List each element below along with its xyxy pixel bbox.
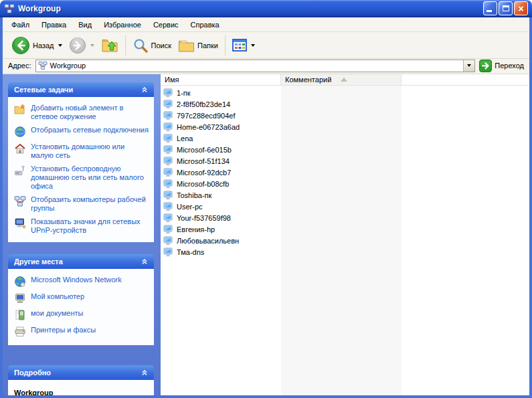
details-header[interactable]: Подробно: [8, 365, 154, 380]
place-label[interactable]: Microsoft Windows Network: [31, 276, 122, 284]
place-windows-network[interactable]: Microsoft Windows Network: [14, 276, 149, 288]
computer-name[interactable]: Microsof-6e015b: [177, 146, 232, 154]
menu-view[interactable]: Вид: [72, 19, 98, 31]
back-button[interactable]: Назад: [8, 35, 66, 56]
task-setup-home-network[interactable]: Установить домашнюю или малую сеть: [14, 142, 149, 160]
task-label[interactable]: Отобразить компьютеры рабочей группы: [31, 195, 149, 213]
computer-name[interactable]: 1-пк: [177, 89, 191, 97]
computer-name[interactable]: Microsof-b08cfb: [177, 180, 229, 188]
menu-file[interactable]: Файл: [5, 19, 35, 31]
views-icon: [232, 39, 247, 52]
task-label[interactable]: Установить домашнюю или малую сеть: [31, 142, 149, 160]
column-header-comment[interactable]: Комментарий: [281, 74, 402, 86]
computer-name[interactable]: Тма-dns: [177, 248, 204, 256]
computer-name[interactable]: Home-e06723a6ad: [177, 123, 240, 131]
place-my-computer[interactable]: Мой компьютер: [14, 292, 149, 304]
computer-icon: [163, 145, 174, 155]
computer-name[interactable]: Microsof-92dcb7: [177, 169, 231, 177]
go-button[interactable]: Переход: [479, 60, 527, 72]
list-item[interactable]: 2-f8f50fb23de14: [161, 98, 529, 110]
computer-icon: [163, 247, 174, 257]
network-tasks-header[interactable]: Сетевые задачи: [8, 82, 154, 97]
menu-favorites[interactable]: Избранное: [98, 19, 147, 31]
address-dropdown-button[interactable]: [463, 60, 474, 72]
list-item[interactable]: Microsof-92dcb7: [161, 167, 529, 178]
task-label[interactable]: Отобразить сетевые подключения: [31, 126, 149, 134]
task-setup-wireless-network[interactable]: Установить беспроводную домашнюю сеть ил…: [14, 165, 149, 191]
computer-icon: [163, 225, 174, 234]
computer-name[interactable]: 797c288ecd904ef: [177, 112, 235, 120]
network-globe-icon: [14, 276, 26, 288]
place-label[interactable]: мои документы: [31, 309, 83, 318]
computer-name[interactable]: Lena: [177, 134, 193, 142]
close-button[interactable]: ×: [514, 1, 528, 15]
task-label[interactable]: Добавить новый элемент в сетевое окружен…: [31, 104, 149, 121]
window-title: Workgroup: [18, 4, 482, 13]
task-label[interactable]: Показывать значки для сетевых UPnP-устро…: [31, 217, 149, 235]
place-my-documents[interactable]: мои документы: [14, 309, 149, 321]
menu-tools[interactable]: Сервис: [147, 19, 185, 31]
chevron-up-icon[interactable]: [141, 86, 148, 93]
list-item[interactable]: Любовьвасильевн: [161, 235, 529, 246]
menu-help[interactable]: Справка: [185, 19, 226, 31]
list-item[interactable]: Home-e06723a6ad: [161, 121, 529, 132]
computer-name[interactable]: Toshiba-пк: [177, 191, 211, 199]
views-dropdown-icon[interactable]: [251, 44, 255, 47]
printers-icon: [14, 326, 26, 338]
upnp-devices-icon: [14, 217, 26, 229]
list-item[interactable]: Microsof-6e015b: [161, 144, 529, 155]
column-header-name[interactable]: Имя: [161, 74, 281, 86]
address-value[interactable]: Workgroup: [50, 62, 464, 70]
column-label: Комментарий: [285, 76, 331, 84]
menu-edit[interactable]: Правка: [35, 19, 72, 31]
place-printers-faxes[interactable]: Принтеры и факсы: [14, 326, 149, 338]
forward-button[interactable]: [66, 35, 98, 56]
chevron-up-icon[interactable]: [141, 369, 148, 376]
folders-button[interactable]: Папки: [175, 36, 221, 55]
list-item[interactable]: 1-пк: [161, 87, 529, 98]
task-show-upnp-icons[interactable]: Показывать значки для сетевых UPnP-устро…: [14, 217, 149, 235]
views-button[interactable]: [229, 37, 258, 54]
computer-name[interactable]: 2-f8f50fb23de14: [177, 100, 230, 108]
list-item[interactable]: Microsof-b08cfb: [161, 178, 529, 189]
list-item[interactable]: Lena: [161, 132, 529, 144]
my-documents-icon: [14, 309, 26, 321]
task-network-connections[interactable]: Отобразить сетевые подключения: [14, 126, 149, 138]
chevron-up-icon[interactable]: [141, 258, 148, 265]
maximize-button[interactable]: [499, 1, 513, 15]
list-item[interactable]: Тма-dns: [161, 246, 529, 258]
minimize-button[interactable]: [483, 1, 497, 15]
computer-name[interactable]: User-pc: [177, 203, 203, 211]
workgroup-address-icon: [38, 61, 48, 70]
add-network-place-icon: [14, 104, 26, 116]
place-label[interactable]: Мой компьютер: [31, 292, 84, 301]
chevron-down-icon: [467, 64, 471, 67]
computer-icon: [163, 100, 174, 109]
place-label[interactable]: Принтеры и факсы: [31, 326, 96, 334]
computer-name[interactable]: Microsof-51f134: [177, 157, 230, 165]
close-icon: ×: [518, 4, 523, 13]
search-button[interactable]: Поиск: [129, 36, 175, 55]
task-view-workgroup-computers[interactable]: Отобразить компьютеры рабочей группы: [14, 195, 149, 213]
forward-dropdown-icon[interactable]: [90, 44, 94, 47]
list-item[interactable]: Toshiba-пк: [161, 189, 529, 201]
task-add-network-place[interactable]: Добавить новый элемент в сетевое окружен…: [14, 104, 149, 121]
list-item[interactable]: 797c288ecd904ef: [161, 110, 529, 121]
computer-name[interactable]: Your-f537659f98: [177, 214, 231, 222]
other-places-header[interactable]: Другие места: [8, 254, 154, 269]
wireless-network-icon: [14, 165, 26, 177]
list-item[interactable]: User-pc: [161, 201, 529, 212]
list-item[interactable]: Your-f537659f98: [161, 212, 529, 223]
window-frame: Файл Правка Вид Избранное Сервис Справка…: [0, 17, 532, 398]
back-dropdown-icon[interactable]: [58, 44, 62, 47]
task-label[interactable]: Установить беспроводную домашнюю сеть ил…: [31, 165, 149, 191]
computer-name[interactable]: Любовьвасильевн: [177, 237, 239, 245]
address-combobox[interactable]: Workgroup: [35, 60, 476, 72]
title-bar[interactable]: Workgroup ×: [0, 0, 532, 17]
computer-name[interactable]: Евгения-hp: [177, 225, 215, 233]
up-button[interactable]: [98, 35, 122, 56]
network-tasks-title: Сетевые задачи: [14, 86, 73, 94]
home-network-icon: [14, 142, 26, 155]
list-item[interactable]: Microsof-51f134: [161, 155, 529, 167]
list-item[interactable]: Евгения-hp: [161, 223, 529, 235]
